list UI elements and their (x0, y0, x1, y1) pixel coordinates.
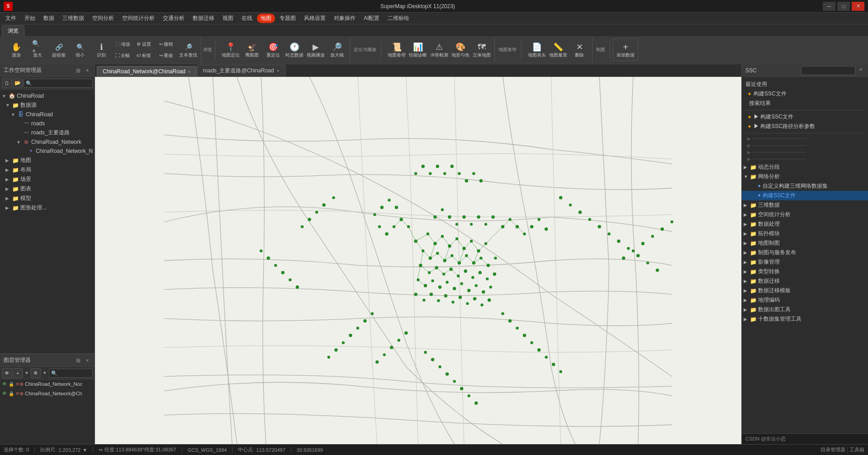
ssc-item-t10[interactable]: ▶ 📁 类型转换 (742, 267, 868, 276)
menu-data[interactable]: 数据 (40, 14, 58, 23)
more-expand[interactable]: ▶ (5, 205, 12, 210)
tree-item-datasource[interactable]: ▼ 📁 数据源 (0, 100, 95, 110)
tree-item-layout[interactable]: ▶ 📁 布局 (0, 165, 95, 175)
menu-object-ops[interactable]: 对象操作 (330, 14, 359, 23)
tree-item-model[interactable]: ▶ 📁 模型 (0, 194, 95, 203)
layer-lock-1[interactable]: 🔒 (9, 382, 14, 387)
workspace-open-btn[interactable]: 📂 (13, 78, 23, 88)
ssc-item-t14[interactable]: ▶ 📁 数据出图工具 (742, 305, 868, 314)
perf-diag-button[interactable]: 📊 性能诊断 (408, 38, 428, 61)
ssc-item-t3[interactable]: ▶ 📁 三维数据 (742, 200, 868, 210)
ssc-expand-t13[interactable]: ▶ (744, 298, 750, 303)
settings-button[interactable]: ⚙ 设置 (134, 39, 154, 50)
zoom-box-button[interactable]: ⬛ 缩放 (113, 39, 133, 50)
map-roll-button[interactable]: 📜 地图卷帘 (387, 38, 407, 61)
toolbar-tab-browse[interactable]: 浏览 (2, 25, 24, 36)
zoom-in-button[interactable]: 🔍+ 放大 (28, 38, 47, 61)
ssc-item-t2[interactable]: ▼ 📁 网络分析 (742, 172, 868, 181)
layer-search-input[interactable] (49, 369, 93, 378)
ssc-expand-t7[interactable]: ▶ (744, 241, 750, 246)
map-measure-button[interactable]: 📏 地图量算 (548, 38, 568, 61)
scene-expand[interactable]: ▶ (5, 177, 12, 182)
ssc-expand-t4[interactable]: ▶ (744, 212, 750, 217)
ssc-item-t12[interactable]: ▶ 📁 数据迁移模板 (742, 286, 868, 295)
pan-locate-button[interactable]: 🎯 重定位 (263, 38, 283, 61)
layer-item-1[interactable]: 👁 🔒 ✕⊗ ChinaRoad_Network_Noc (0, 379, 95, 389)
ssc-expand-t8[interactable]: ▶ (744, 250, 750, 255)
identify-button[interactable]: ℹ 识别 (91, 38, 111, 61)
superjoin-button[interactable]: 🔗 超链接 (49, 38, 69, 61)
ssc-expand-t1[interactable]: ▶ (744, 165, 750, 170)
ssc-item-t5[interactable]: ▶ 📁 数据处理 (742, 219, 868, 229)
ssc-expand-t5[interactable]: ▶ (744, 222, 750, 227)
tree-item-roads[interactable]: 〰 roads (0, 119, 95, 128)
ssc-item-t1[interactable]: ▶ 📁 动态分段 (742, 162, 868, 172)
workspace-new-btn[interactable]: 🗋 (2, 78, 12, 88)
full-extent-button[interactable]: ⛶ 全幅 (113, 50, 133, 61)
tree-item-roads-main[interactable]: 〰 roads_主要道路 (0, 128, 95, 137)
menu-start[interactable]: 开始 (21, 14, 39, 23)
zoom-glass-button[interactable]: 🔎 放大镜 (327, 38, 347, 61)
delete-button[interactable]: ✕ 删除 (569, 38, 589, 61)
ssc-item-t15[interactable]: ▶ 📁 十数据集管理工具 (742, 314, 868, 324)
menu-data-migration[interactable]: 数据迁移 (189, 14, 218, 23)
layout-expand[interactable]: ▶ (5, 167, 12, 172)
datasource-expand[interactable]: ▼ (5, 103, 12, 108)
layer-item-2[interactable]: 👁 🔒 ✕⊗ ChinaRoad_Network@Ch (0, 389, 95, 398)
ssc-item-t2-2[interactable]: ✦ 构建SSC文件 (742, 191, 868, 200)
undo-button[interactable]: ↩ 撤销 (155, 39, 177, 50)
ssc-item-t6[interactable]: ▶ 📁 拓扑模块 (742, 229, 868, 238)
ssc-expand-t10[interactable]: ▶ (744, 269, 750, 274)
eagle-map-button[interactable]: 🦅 鹰眼图 (242, 38, 262, 61)
ssc-item-t11[interactable]: ▶ 📁 数据迁移 (742, 276, 868, 286)
close-button[interactable]: ✕ (852, 2, 864, 11)
scale-dropdown[interactable]: ▼ (82, 447, 87, 453)
workspace-search-input[interactable] (24, 79, 93, 88)
layer-vis-1[interactable]: 👁 (2, 381, 7, 387)
ssc-expand-t3[interactable]: ▶ (744, 203, 750, 208)
time-data-button[interactable]: 🕐 时态数据 (285, 38, 304, 61)
map-tab-2[interactable]: roads_主要道路@ChinaRoad × (197, 65, 285, 76)
layer-close-btn[interactable]: × (84, 357, 91, 364)
workspace-close-btn[interactable]: × (84, 67, 91, 74)
chart-expand[interactable]: ▶ (5, 186, 12, 191)
chinaroad-ds-expand[interactable]: ▼ (11, 112, 17, 117)
redo-button[interactable]: ↪ 重做 (155, 50, 177, 61)
add-data-button[interactable]: + 添加数据 (613, 38, 638, 61)
menu-online[interactable]: 在线 (238, 14, 256, 23)
ssc-build-item[interactable]: ✦ ▶ 构建SSC文件 (745, 112, 864, 122)
tree-item-chinaroad-net[interactable]: ▼ ⊗ ChinaRoad_Network (0, 137, 95, 147)
ssc-recent-item-1[interactable]: ✦ 构建SSC文件 (745, 89, 864, 99)
ssc-item-t13[interactable]: ▶ 📁 地理编码 (742, 295, 868, 305)
map-tab-2-close[interactable]: × (277, 68, 280, 73)
ssc-title-search[interactable] (801, 66, 855, 75)
chinaroad-expand[interactable]: ▼ (2, 94, 8, 99)
layer-vis-btn[interactable]: 👁 (2, 368, 12, 378)
topo-color-button[interactable]: 🎨 地形匀色 (451, 38, 470, 61)
tree-item-chinaroad[interactable]: ▼ 🏠 ChinaRoad (0, 91, 95, 100)
workspace-float-btn[interactable]: ⊞ (75, 67, 82, 74)
video-play-button[interactable]: ▶ 视频播放 (306, 38, 326, 61)
ssc-item-t7[interactable]: ▶ 📁 地图制图 (742, 238, 868, 248)
ssc-item-t4[interactable]: ▶ 📁 空间统计分析 (742, 210, 868, 219)
tree-item-chart[interactable]: ▶ 📁 图表 (0, 184, 95, 194)
roam-button[interactable]: ✋ 漫游 (6, 38, 26, 61)
stereo-map-button[interactable]: 🗺 立体地图 (472, 38, 492, 61)
maps-expand[interactable]: ▶ (5, 158, 12, 163)
ssc-item-t9[interactable]: ▶ 📁 影像管理 (742, 257, 868, 267)
menu-ai[interactable]: AI配置 (360, 14, 383, 23)
menu-3d-data[interactable]: 三维数据 (59, 14, 88, 23)
text-search-button[interactable]: 🔎 文本查找 (178, 38, 198, 61)
ssc-expand-t9[interactable]: ▶ (744, 260, 750, 265)
map-locate-button[interactable]: 📍 地图定位 (221, 38, 241, 61)
maximize-button[interactable]: □ (837, 2, 850, 11)
tree-item-chinaroad-ds[interactable]: ▼ 🗄 ChinaRoad (0, 110, 95, 119)
tree-item-maps[interactable]: ▶ 📁 地图 (0, 156, 95, 165)
ssc-item-t2-1[interactable]: ✦ 自定义构建三维网络数据集 (742, 181, 868, 191)
ssc-item-t8[interactable]: ▶ 📁 制图与服务发布 (742, 248, 868, 257)
menu-view[interactable]: 视图 (219, 14, 237, 23)
ssc-expand-t12[interactable]: ▶ (744, 288, 750, 293)
ssc-expand-t6[interactable]: ▶ (744, 231, 750, 236)
tree-item-more[interactable]: ▶ 📁 图形处理... (0, 203, 95, 213)
ssc-expand-t14[interactable]: ▶ (744, 307, 750, 312)
